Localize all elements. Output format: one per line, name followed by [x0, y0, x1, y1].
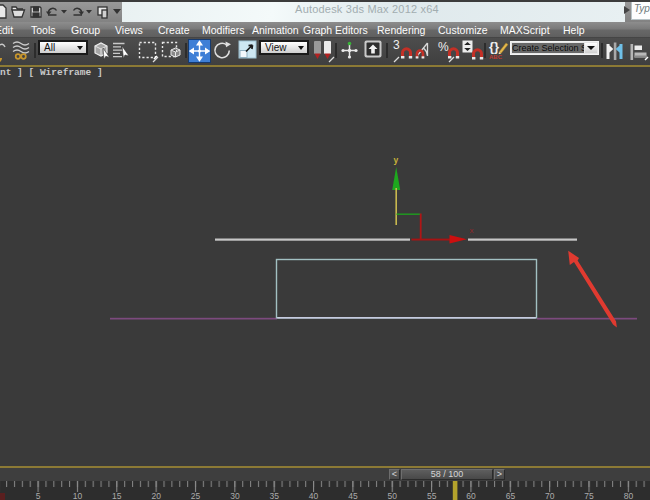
- svg-text:50: 50: [388, 491, 398, 500]
- svg-text:20: 20: [151, 491, 161, 500]
- svg-text:x: x: [470, 226, 474, 235]
- svg-text:30: 30: [230, 491, 240, 500]
- svg-text:25: 25: [191, 491, 201, 500]
- svg-text:45: 45: [348, 491, 358, 500]
- svg-text:55: 55: [427, 491, 437, 500]
- svg-text:y: y: [394, 155, 399, 165]
- svg-text:10: 10: [73, 491, 83, 500]
- svg-text:35: 35: [269, 491, 279, 500]
- svg-text:15: 15: [112, 491, 122, 500]
- svg-text:80: 80: [624, 491, 634, 500]
- svg-text:65: 65: [506, 491, 516, 500]
- svg-text:75: 75: [584, 491, 594, 500]
- svg-text:70: 70: [545, 491, 555, 500]
- svg-text:40: 40: [309, 491, 319, 500]
- svg-text:60: 60: [466, 491, 476, 500]
- svg-text:5: 5: [36, 491, 41, 500]
